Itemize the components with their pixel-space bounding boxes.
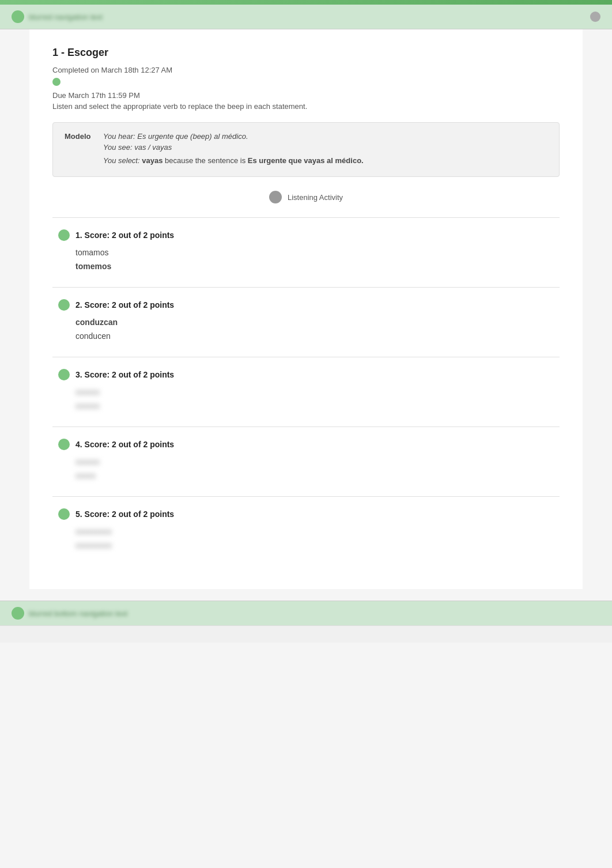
score-text-5: 5. Score: 2 out of 2 points bbox=[75, 510, 174, 519]
modelo-line1-text: Es urgente que ( bbox=[137, 132, 192, 141]
answer-4-option1: xxxxxx bbox=[75, 457, 560, 466]
question-item-5: 5. Score: 2 out of 2 points xxxxxxxxx xx… bbox=[52, 508, 560, 550]
question-item-4: 4. Score: 2 out of 2 points xxxxxx xxxxx bbox=[52, 439, 560, 480]
question-1-header: 1. Score: 2 out of 2 points bbox=[58, 229, 560, 241]
modelo-box: Modelo You hear: Es urgente que (beep) a… bbox=[52, 122, 560, 177]
status-dot bbox=[52, 78, 61, 86]
score-dot-3 bbox=[58, 369, 70, 380]
listening-icon bbox=[269, 191, 282, 203]
main-content: 1 - Escoger Completed on March 18th 12:2… bbox=[29, 29, 583, 589]
answer-3-option1: xxxxxx bbox=[75, 387, 560, 397]
bottom-banner-icon bbox=[12, 607, 24, 620]
answer-4-option2: xxxxx bbox=[75, 471, 560, 480]
question-5-header: 5. Score: 2 out of 2 points bbox=[58, 508, 560, 520]
nav-icon bbox=[12, 10, 24, 23]
footer-bar bbox=[0, 625, 612, 643]
divider-2 bbox=[52, 287, 560, 288]
completed-text: Completed on March 18th 12:27 AM bbox=[52, 66, 560, 74]
answer-1-option2: tomemos bbox=[75, 262, 560, 271]
top-bar bbox=[0, 0, 612, 5]
answer-1-option1: tomamos bbox=[75, 248, 560, 257]
score-dot-1 bbox=[58, 229, 70, 241]
modelo-see-text: vas / vayas bbox=[134, 143, 172, 152]
due-text: Due March 17th 11:59 PM bbox=[52, 91, 560, 100]
question-item-2: 2. Score: 2 out of 2 points conduzcan co… bbox=[52, 299, 560, 341]
score-dot-5 bbox=[58, 508, 70, 520]
score-text-2: 2. Score: 2 out of 2 points bbox=[75, 300, 174, 310]
bottom-banner-text: blurred bottom navigation text bbox=[29, 609, 127, 618]
answer-2-option1: conduzcan bbox=[75, 318, 560, 327]
nav-text: blurred navigation text bbox=[29, 13, 103, 21]
divider-1 bbox=[52, 217, 560, 218]
score-dot-2 bbox=[58, 299, 70, 311]
score-text-1: 1. Score: 2 out of 2 points bbox=[75, 231, 174, 240]
score-text-4: 4. Score: 2 out of 2 points bbox=[75, 440, 174, 449]
divider-5 bbox=[52, 496, 560, 497]
answer-3-option2: xxxxxx bbox=[75, 401, 560, 410]
modelo-line1: You hear: Es urgente que (beep) al médic… bbox=[103, 132, 248, 141]
modelo-you-hear: You hear: bbox=[103, 132, 135, 141]
modelo-you-see: You see: bbox=[103, 143, 133, 152]
modelo-line1-suffix: ) al médico. bbox=[209, 132, 248, 141]
assignment-title: 1 - Escoger bbox=[52, 47, 560, 59]
score-text-3: 3. Score: 2 out of 2 points bbox=[75, 370, 174, 379]
divider-3 bbox=[52, 357, 560, 357]
bottom-banner: blurred bottom navigation text bbox=[0, 601, 612, 625]
modelo-row-1: Modelo You hear: Es urgente que (beep) a… bbox=[65, 132, 547, 141]
modelo-because: because the sentence is bbox=[165, 156, 248, 165]
answer-5-option1: xxxxxxxxx bbox=[75, 527, 560, 536]
answer-5-option2: xxxxxxxxx bbox=[75, 541, 560, 550]
question-item-3: 3. Score: 2 out of 2 points xxxxxx xxxxx… bbox=[52, 369, 560, 410]
question-3-header: 3. Score: 2 out of 2 points bbox=[58, 369, 560, 380]
modelo-spacer2 bbox=[65, 156, 96, 165]
answer-2-option2: conducen bbox=[75, 331, 560, 341]
modelo-row-3: You select: vayas because the sentence i… bbox=[65, 156, 547, 165]
listening-activity-container: Listening Activity bbox=[52, 191, 560, 203]
nav-banner: blurred navigation text bbox=[0, 5, 612, 29]
modelo-full-sentence: Es urgente que vayas al médico. bbox=[248, 156, 364, 165]
listening-activity-label: Listening Activity bbox=[288, 193, 343, 202]
question-4-header: 4. Score: 2 out of 2 points bbox=[58, 439, 560, 450]
close-button[interactable] bbox=[590, 12, 600, 22]
modelo-spacer bbox=[65, 143, 96, 152]
question-item-1: 1. Score: 2 out of 2 points tomamos tome… bbox=[52, 229, 560, 271]
modelo-selected-word: vayas bbox=[142, 156, 163, 165]
score-dot-4 bbox=[58, 439, 70, 450]
modelo-you-select: You select: bbox=[103, 156, 142, 165]
modelo-line2: You see: vas / vayas bbox=[103, 143, 172, 152]
divider-4 bbox=[52, 427, 560, 427]
instructions: Listen and select the appropriate verb t… bbox=[52, 102, 560, 111]
question-2-header: 2. Score: 2 out of 2 points bbox=[58, 299, 560, 311]
modelo-line3: You select: vayas because the sentence i… bbox=[103, 156, 364, 165]
modelo-beep: beep bbox=[192, 132, 209, 141]
modelo-row-2: You see: vas / vayas bbox=[65, 143, 547, 152]
modelo-label: Modelo bbox=[65, 132, 96, 141]
